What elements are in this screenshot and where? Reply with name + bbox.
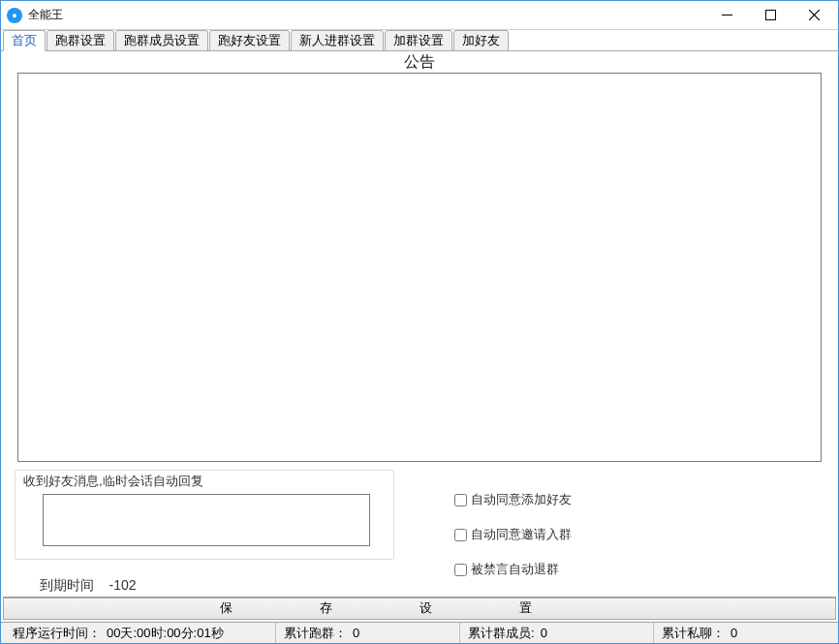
check-auto-leave-when-muted[interactable]: 被禁言自动退群	[454, 561, 572, 578]
check-auto-accept-friend-label: 自动同意添加好友	[471, 491, 572, 508]
window-title: 全能王	[28, 7, 63, 23]
checkbox-auto-leave-when-muted[interactable]	[454, 564, 467, 576]
status-run-group-value: 0	[353, 626, 359, 640]
tab-run-group-settings[interactable]: 跑群设置	[47, 30, 114, 51]
check-auto-accept-group-invite[interactable]: 自动同意邀请入群	[454, 526, 572, 543]
status-group-members-value: 0	[541, 626, 547, 640]
tab-home[interactable]: 首页	[3, 30, 46, 51]
status-run-group: 累计跑群： 0	[276, 623, 460, 643]
expire-line: 到期时间 -102	[40, 577, 394, 595]
status-runtime: 程序运行时间： 00天:00时:00分:01秒	[5, 623, 276, 643]
tab-add-group-settings[interactable]: 加群设置	[385, 30, 452, 51]
checks-group: 自动同意添加好友 自动同意邀请入群 被禁言自动退群	[433, 470, 572, 595]
autoreply-input[interactable]	[43, 494, 370, 546]
page-home: 公告 收到好友消息,临时会话自动回复 到期时间 -102 自动同意添加好友 自动…	[1, 50, 838, 597]
maximize-button[interactable]	[749, 2, 792, 29]
check-auto-leave-when-muted-label: 被禁言自动退群	[471, 561, 559, 578]
checkbox-auto-accept-group-invite[interactable]	[454, 529, 467, 541]
status-group-members-label: 累计群成员:	[468, 625, 535, 642]
status-private-chat-label: 累计私聊：	[662, 625, 725, 642]
save-settings-button[interactable]: 保存设置	[3, 598, 836, 620]
check-auto-accept-group-invite-label: 自动同意邀请入群	[471, 526, 572, 543]
tab-add-friend[interactable]: 加好友	[453, 30, 509, 51]
tab-newcomer-group-settings[interactable]: 新人进群设置	[291, 30, 384, 51]
close-button[interactable]	[792, 2, 836, 29]
statusbar: 程序运行时间： 00天:00时:00分:01秒 累计跑群： 0 累计群成员: 0…	[1, 622, 838, 643]
autoreply-label: 收到好友消息,临时会话自动回复	[23, 473, 386, 490]
status-private-chat: 累计私聊： 0	[654, 623, 834, 643]
tabstrip: 首页 跑群设置 跑群成员设置 跑好友设置 新人进群设置 加群设置 加好友	[1, 30, 838, 51]
app-icon: ●	[7, 8, 22, 23]
expire-label: 到期时间	[40, 577, 94, 593]
status-group-members: 累计群成员: 0	[460, 623, 654, 643]
status-runtime-label: 程序运行时间：	[13, 625, 101, 642]
announcement-title: 公告	[11, 53, 828, 71]
tab-run-friend-settings[interactable]: 跑好友设置	[209, 30, 290, 51]
checkbox-auto-accept-friend[interactable]	[454, 494, 467, 506]
check-auto-accept-friend[interactable]: 自动同意添加好友	[454, 491, 572, 508]
status-run-group-label: 累计跑群：	[284, 625, 347, 642]
titlebar: ● 全能王	[1, 1, 838, 30]
save-settings-row: 保存设置	[3, 597, 836, 620]
expire-value: -102	[109, 577, 137, 593]
status-runtime-value: 00天:00时:00分:01秒	[107, 625, 224, 642]
autoreply-group: 收到好友消息,临时会话自动回复	[15, 470, 394, 560]
minimize-button[interactable]	[705, 2, 749, 29]
svg-rect-1	[766, 11, 776, 20]
status-private-chat-value: 0	[730, 626, 737, 640]
announcement-box	[17, 73, 822, 462]
tab-run-group-member-settings[interactable]: 跑群成员设置	[115, 30, 208, 51]
